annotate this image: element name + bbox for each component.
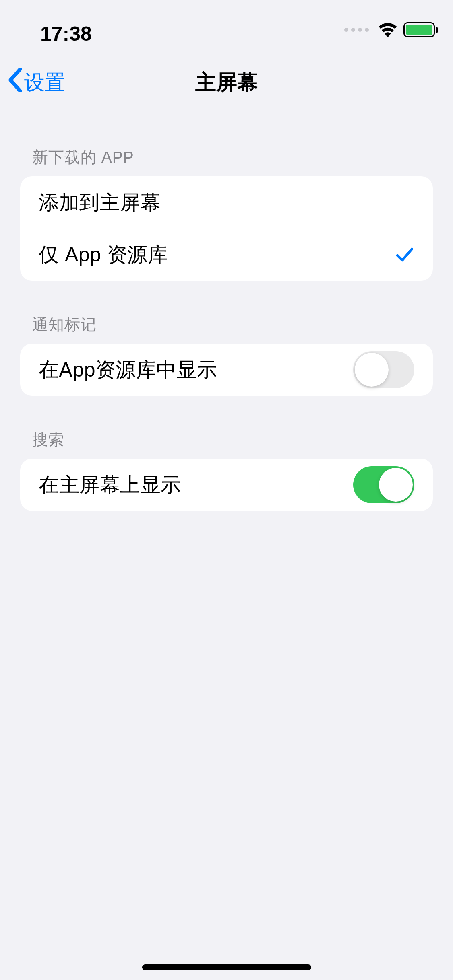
content: 新下载的 APP 添加到主屏幕 仅 App 资源库 通知标记 在App资源库中显… xyxy=(0,109,453,511)
section-header-new-apps: 新下载的 APP xyxy=(20,109,433,176)
status-bar: 17:38 xyxy=(0,0,453,56)
row-label: 在App资源库中显示 xyxy=(39,356,217,383)
option-label: 仅 App 资源库 xyxy=(39,241,168,268)
row-label: 在主屏幕上显示 xyxy=(39,471,181,498)
battery-icon xyxy=(403,22,438,37)
toggle-show-on-home[interactable] xyxy=(353,466,414,503)
checkmark-icon xyxy=(395,245,414,264)
cellular-dots-icon xyxy=(344,28,369,32)
toggle-show-in-app-library[interactable] xyxy=(353,351,414,388)
nav-bar: 设置 主屏幕 xyxy=(0,56,453,109)
group-search: 在主屏幕上显示 xyxy=(20,459,433,511)
home-indicator[interactable] xyxy=(142,964,311,970)
row-show-on-home: 在主屏幕上显示 xyxy=(20,459,433,511)
page-title: 主屏幕 xyxy=(0,68,453,97)
status-right xyxy=(344,22,438,37)
row-show-in-app-library: 在App资源库中显示 xyxy=(20,344,433,396)
group-new-apps: 添加到主屏幕 仅 App 资源库 xyxy=(20,176,433,281)
status-time: 17:38 xyxy=(40,22,92,45)
wifi-icon xyxy=(378,22,398,37)
option-label: 添加到主屏幕 xyxy=(39,189,161,216)
section-header-badges: 通知标记 xyxy=(20,281,433,344)
option-add-to-home[interactable]: 添加到主屏幕 xyxy=(20,176,433,229)
section-header-search: 搜索 xyxy=(20,396,433,459)
group-badges: 在App资源库中显示 xyxy=(20,344,433,396)
option-app-library-only[interactable]: 仅 App 资源库 xyxy=(20,229,433,281)
